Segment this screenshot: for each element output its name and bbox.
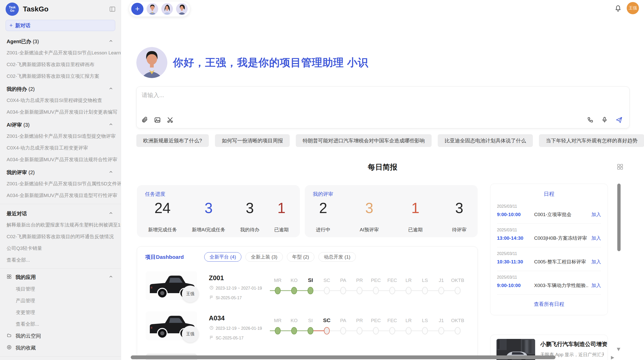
project-code: A034 <box>209 314 225 322</box>
scissors-icon[interactable] <box>167 116 174 124</box>
sidebar-collapse-icon[interactable] <box>109 6 116 12</box>
svg-text:KO: KO <box>291 318 298 323</box>
svg-text:MR: MR <box>274 318 282 323</box>
dashboard-tab[interactable]: 全新上装 (3) <box>245 252 283 262</box>
schedule-date: 2025/03/11 <box>497 228 601 232</box>
logo-line2: Go <box>10 9 14 12</box>
sidebar-app-item[interactable]: 产品管理 <box>0 295 121 307</box>
sidebar-task-item[interactable]: Z001-全新燃油轻卡产品开发项目SI造型提交物评审 <box>0 130 121 142</box>
svg-text:OKTB: OKTB <box>451 318 464 323</box>
sidebar-task-item[interactable]: A034-全新新能源MUV产品开发项目法规符合性评审 <box>0 154 121 166</box>
view-all-schedule-link[interactable]: 查看所有日程 <box>490 301 608 308</box>
sidebar-task-item[interactable]: Z001-全新燃油轻卡产品开发项目SI节点属性5D文件评审 <box>0 178 121 190</box>
sidebar-favorites[interactable]: 我的收藏 <box>0 342 121 354</box>
sidebar-task-item[interactable]: A034-全新新能源MUV产品开发项目造型可行性评审 <box>0 190 121 201</box>
vertical-scrollbar-arrow[interactable] <box>617 348 620 351</box>
svg-text:LS: LS <box>422 318 428 323</box>
schedule-time: 9:00-10:00 <box>497 212 534 217</box>
sidebar-my-apps[interactable]: 我的应用 <box>0 271 121 283</box>
svg-text:PR: PR <box>356 318 363 323</box>
sidebar-task-item[interactable]: C02-飞腾新能源轻客改款项目里程碑画布 <box>0 59 121 70</box>
add-agent-button[interactable]: + <box>131 3 143 15</box>
clock-icon <box>209 326 214 331</box>
sidebar-recent-header[interactable]: 最近对话 <box>0 207 121 219</box>
dashboard-header: 项目Dashboard 全新平台 (4)全新上装 (3)年型 (2)动总开发 (… <box>145 252 356 262</box>
stat-label: 已逾期 <box>408 227 423 233</box>
daily-briefing-title: 每日简报 <box>121 162 644 172</box>
sidebar-section-header[interactable]: 我的评审(2) <box>0 166 121 178</box>
section-title: Agent已办 <box>7 38 31 45</box>
project-row[interactable]: 王强A0342023-12-19 ~ 2026-01-19SC-2025-05-… <box>137 309 478 350</box>
cloud-folder-icon <box>7 333 12 339</box>
send-icon[interactable] <box>616 116 623 124</box>
stat-label: 新增完成任务 <box>148 227 177 233</box>
taskgo-logo: Task Go <box>6 3 19 16</box>
schedule-card: 日程 2025/03/119:00-10:00C001-立项审批会加入2025/… <box>490 184 608 315</box>
svg-text:SI: SI <box>308 277 313 283</box>
sidebar-section-header[interactable]: AI评审(3) <box>0 118 121 130</box>
taskgo-app: Task Go TaskGo + 新对话 Agent已办(3)Z001-全新燃油… <box>0 0 644 360</box>
dashboard-tab[interactable]: 全新平台 (4) <box>204 252 242 262</box>
sidebar-section-header[interactable]: Agent已办(3) <box>0 35 121 47</box>
phone-call-icon[interactable] <box>587 116 594 124</box>
stat-item: 1已逾期 <box>408 200 423 233</box>
chevron-up-icon <box>109 274 113 280</box>
schedule-date: 2025/03/11 <box>497 275 601 280</box>
schedule-time: 10:30-11:30 <box>497 259 534 265</box>
suggestion-chip[interactable]: 如何写一份清晰的项目周报 <box>215 134 290 147</box>
user-avatar[interactable]: 王强 <box>627 2 639 14</box>
new-chat-button[interactable]: + 新对话 <box>6 20 115 31</box>
briefing-layout-icon[interactable] <box>617 163 624 170</box>
sidebar-recent-item[interactable]: 公司Q3轻卡销量 <box>0 243 121 254</box>
join-meeting-link[interactable]: 加入 <box>589 235 601 242</box>
notifications-bell-icon[interactable] <box>614 5 622 12</box>
stat-item: 1已逾期 <box>274 200 289 233</box>
schedule-date: 2025/03/11 <box>497 204 601 209</box>
horizontal-scrollbar-thumb[interactable] <box>131 355 555 359</box>
sidebar-task-item[interactable]: Z001-全新燃油皮卡产品开发项目SI节点Lesson Learn报告 <box>0 47 121 59</box>
join-meeting-link[interactable]: 加入 <box>589 282 601 289</box>
stat-item: 24新增完成任务 <box>148 200 177 233</box>
sidebar-app-item[interactable]: 项目管理 <box>0 283 121 295</box>
suggestion-chip[interactable]: 特朗普可能对进口汽车增税会对中国车企造成哪些影响 <box>296 134 432 147</box>
horizontal-scrollbar-arrow[interactable] <box>611 356 614 359</box>
join-meeting-link[interactable]: 加入 <box>589 211 601 218</box>
sidebar: Task Go TaskGo + 新对话 Agent已办(3)Z001-全新燃油… <box>0 0 121 360</box>
paperclip-icon[interactable] <box>141 116 148 124</box>
agent-avatar-1[interactable] <box>147 3 158 15</box>
sidebar-app-item[interactable]: 变更管理 <box>0 307 121 318</box>
sidebar-task-item[interactable]: A034-全新新能源MUV产品开发项目计划变更表编写 <box>0 106 121 118</box>
stat-value: 1 <box>411 200 419 216</box>
image-icon[interactable] <box>154 116 161 124</box>
microphone-icon[interactable] <box>601 116 608 124</box>
dashboard-tab[interactable]: 年型 (2) <box>287 252 315 262</box>
suggestion-chip[interactable]: 欧洲新规最近颁布了什么? <box>136 134 209 147</box>
vertical-scrollbar-thumb[interactable] <box>617 184 621 251</box>
sidebar-task-item[interactable]: C0X4-动力总成开发项目工程变更评审 <box>0 142 121 154</box>
apps-grid-icon <box>7 274 12 280</box>
sidebar-section-header[interactable]: 我的待办(2) <box>0 82 121 95</box>
sidebar-app-item[interactable]: 查看全部... <box>0 318 121 330</box>
join-meeting-link[interactable]: 加入 <box>589 259 601 265</box>
chat-input[interactable] <box>142 91 620 112</box>
star-circle-icon <box>7 345 12 351</box>
agent-avatar-2[interactable] <box>161 3 173 15</box>
svg-text:MR: MR <box>274 278 282 283</box>
section-title: 我的评审 <box>7 169 27 176</box>
sidebar-recent-item[interactable]: 解释最新出台的欧盟报废车法规再生塑料比例被调至15%... <box>0 219 121 231</box>
suggestion-chip[interactable]: 比亚迪全固态电池计划具体说了什么 <box>438 134 533 147</box>
schedule-name: X003-车辆动力学性能验... <box>534 282 589 289</box>
agent-avatar-group: + <box>129 1 190 17</box>
sidebar-cloud-space[interactable]: 我的云空间 <box>0 330 121 342</box>
agent-avatar-3[interactable] <box>176 3 188 15</box>
sidebar-recent-item[interactable]: C02-飞腾新能源轻客改款项目的闭环通告反馈情况 <box>0 231 121 243</box>
suggestion-chip[interactable]: 当下年轻人对汽车外观有怎样的喜好趋势 <box>539 134 644 147</box>
svg-text:FEC: FEC <box>387 278 397 283</box>
sidebar-task-item[interactable]: C0X4-动力总成开发项目SI里程碑提交物检查 <box>0 95 121 106</box>
sidebar-task-item[interactable]: C02-飞腾新能源轻客改款项目立项汇报方案 <box>0 70 121 82</box>
stat-columns: 24新增完成任务3新增AI完成任务3我的待办1已逾期 <box>137 200 300 233</box>
svg-text:J1: J1 <box>439 318 444 323</box>
project-row[interactable]: 王强Z0012023-12-19 ~ 2027-01-19SI-2025-05-… <box>137 269 478 309</box>
dashboard-tab[interactable]: 动总开发 (1) <box>318 252 356 262</box>
sidebar-recent-item[interactable]: 查看全部... <box>0 254 121 266</box>
